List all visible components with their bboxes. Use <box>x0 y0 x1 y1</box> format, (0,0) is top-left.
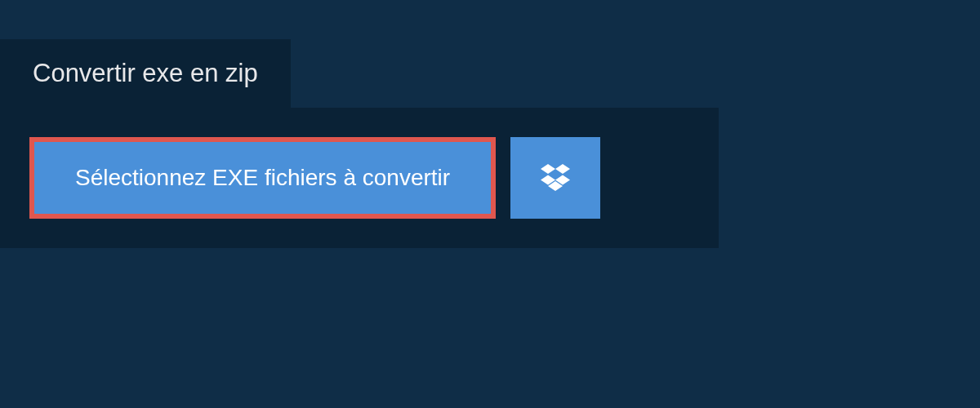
dropbox-button[interactable] <box>510 137 600 219</box>
tab-title: Convertir exe en zip <box>33 59 258 87</box>
select-files-label: Sélectionnez EXE fichiers à convertir <box>75 165 450 190</box>
select-files-button[interactable]: Sélectionnez EXE fichiers à convertir <box>29 137 496 219</box>
tab-convert[interactable]: Convertir exe en zip <box>0 39 291 108</box>
dropbox-icon <box>541 162 570 194</box>
button-row: Sélectionnez EXE fichiers à convertir <box>29 137 689 219</box>
upload-panel: Sélectionnez EXE fichiers à convertir <box>0 108 719 248</box>
